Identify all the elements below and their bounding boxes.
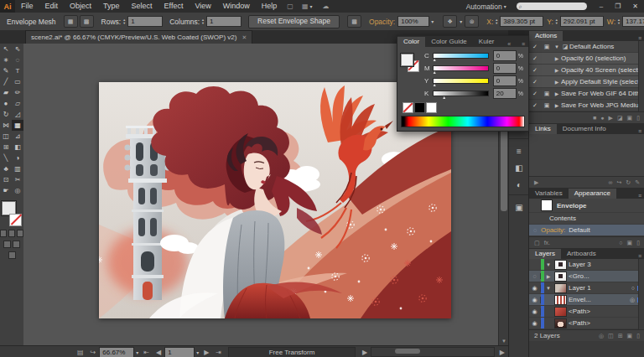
style-caret-icon[interactable]: ▾ xyxy=(458,18,464,24)
new-set-icon[interactable]: ◪ xyxy=(617,115,623,122)
color-mode-button[interactable] xyxy=(0,230,7,237)
layer-row[interactable]: ◉ Envel... ◎ xyxy=(529,294,644,306)
appearance-row-opacity[interactable]: ◌ Opacity: Default xyxy=(529,225,644,236)
none-swatch[interactable] xyxy=(402,102,413,113)
column-graph-tool[interactable]: ▥ xyxy=(12,163,23,174)
magenta-slider[interactable]: ▲ xyxy=(433,65,489,71)
action-row[interactable]: ✓▣ ▶ Save For Web JPG Medium xyxy=(529,100,644,111)
eyedropper-tool[interactable]: ╲ xyxy=(0,153,12,163)
type-tool[interactable]: T xyxy=(12,65,23,76)
workspace-label[interactable]: Automation xyxy=(466,3,502,11)
rows-stepper[interactable]: ▲▼ xyxy=(122,18,126,25)
clear-appearance-icon[interactable]: ○ xyxy=(619,240,622,246)
tab-color[interactable]: Color xyxy=(397,37,425,47)
appearance-panel-menu-icon[interactable]: ≡ xyxy=(635,193,644,199)
tab-document-info[interactable]: Document Info xyxy=(557,124,612,134)
magenta-value-input[interactable]: 0 xyxy=(493,63,517,74)
white-swatch[interactable] xyxy=(426,102,437,113)
tiling-icon[interactable]: ▤ xyxy=(74,349,87,356)
pen-tool[interactable]: ✎ xyxy=(0,65,12,76)
links-expand-icon[interactable]: ▶ xyxy=(534,179,538,186)
free-transform-tool[interactable]: ▦ xyxy=(12,120,23,131)
appearance-row-envelope[interactable]: Envelope xyxy=(529,199,644,213)
tab-links[interactable]: Links xyxy=(529,124,557,134)
action-row[interactable]: ✓▣ ▼ ◪ Default Actions xyxy=(529,41,644,53)
scroll-right-icon[interactable]: ▶ xyxy=(496,349,508,356)
draw-behind-button[interactable] xyxy=(13,241,20,248)
edit-contents-icon[interactable]: ▩ xyxy=(80,15,94,28)
menu-view[interactable]: View xyxy=(189,0,216,13)
selection-tool[interactable]: ↖ xyxy=(0,44,12,54)
menu-object[interactable]: Object xyxy=(64,0,97,13)
tab-artboards[interactable]: Artboards xyxy=(561,249,602,259)
style-icon[interactable]: ❖ xyxy=(443,15,457,28)
stroke-swatch[interactable] xyxy=(9,214,22,226)
tab-actions[interactable]: Actions xyxy=(529,31,563,41)
columns-input[interactable]: 1 xyxy=(206,16,242,27)
close-button[interactable]: ✕ xyxy=(626,0,644,13)
zoom-caret-icon[interactable]: ▾ xyxy=(134,349,140,355)
status-menu-icon[interactable]: ▶ xyxy=(359,349,371,356)
relink-icon[interactable]: ∞ xyxy=(608,179,612,185)
rows-input[interactable]: 1 xyxy=(127,16,163,27)
add-effect-icon[interactable]: fx. xyxy=(544,240,550,246)
none-mode-button[interactable] xyxy=(17,230,23,237)
tab-layers[interactable]: Layers xyxy=(529,249,561,259)
y-stepper[interactable]: ▲▼ xyxy=(555,18,558,25)
screen-mode-button[interactable] xyxy=(8,251,16,259)
links-panel-menu-icon[interactable]: ≡ xyxy=(635,128,644,134)
clipping-mask-icon[interactable]: ◫ xyxy=(608,333,614,339)
slice-tool[interactable]: ✂ xyxy=(12,174,23,185)
tab-color-guide[interactable]: Color Guide xyxy=(425,37,473,47)
fill-stroke-proxy[interactable] xyxy=(401,52,421,74)
action-row[interactable]: ✓ ▶ Opacity 40 Screen (selection) xyxy=(529,65,644,76)
yellow-slider[interactable]: ▲ xyxy=(433,78,489,84)
tab-variables[interactable]: Variables xyxy=(529,189,569,199)
tab-close-icon[interactable]: ✕ xyxy=(242,34,247,41)
zoom-tool[interactable]: ◎ xyxy=(12,185,23,196)
links-list[interactable] xyxy=(529,134,644,176)
action-row[interactable]: ✓ ▶ Apply Default Style (select... xyxy=(529,76,644,88)
search-input[interactable]: ⌕ xyxy=(517,3,587,10)
blob-brush-tool[interactable]: ● xyxy=(0,98,12,109)
pencil-tool[interactable]: ✏ xyxy=(12,87,23,98)
x-input[interactable]: 389.305 pt xyxy=(500,16,543,27)
status-display[interactable]: Free Transform xyxy=(228,347,356,357)
bridge-icon[interactable]: ▢ xyxy=(283,3,298,10)
workspace-switcher-icon[interactable]: ▦▾ xyxy=(298,3,319,10)
blend-tool[interactable]: ◑ xyxy=(12,153,23,163)
reset-envelope-shape-button[interactable]: Reset Envelope Shape xyxy=(248,15,340,28)
mesh-options-icon[interactable]: ▩ xyxy=(347,15,361,28)
fill-proxy-swatch[interactable] xyxy=(401,54,413,66)
hand-tool[interactable]: ☛ xyxy=(0,185,12,196)
horizontal-scroll-thumb[interactable] xyxy=(395,349,420,354)
appearance-row-contents[interactable]: Contents xyxy=(529,213,644,225)
w-stepper[interactable]: ▲▼ xyxy=(617,18,621,25)
recolor-artwork-icon[interactable]: ⊛ xyxy=(465,15,479,28)
delete-item-icon[interactable]: ▯ xyxy=(636,240,640,246)
w-input[interactable]: 137.175 pt xyxy=(622,16,644,27)
actions-panel-menu-icon[interactable]: ≡ xyxy=(635,35,644,41)
new-layer-icon[interactable]: ▣ xyxy=(627,333,633,339)
black-slider[interactable]: ▲ xyxy=(433,91,489,96)
stroke-panel-icon[interactable]: ≡ xyxy=(509,142,529,159)
black-swatch[interactable] xyxy=(414,102,425,113)
gradient-panel-icon[interactable]: ◧ xyxy=(509,159,529,176)
color-panel-menu-icon[interactable]: ≡ xyxy=(518,41,528,47)
shape-builder-tool[interactable]: ◫ xyxy=(0,131,12,142)
rotate-tool[interactable]: ↻ xyxy=(0,109,12,120)
transparency-panel-icon[interactable]: ◐ xyxy=(509,176,529,193)
duplicate-item-icon[interactable]: ▣ xyxy=(627,240,633,246)
black-value-input[interactable]: 20 xyxy=(493,88,517,99)
gradient-tool[interactable]: ◧ xyxy=(12,142,23,153)
action-row[interactable]: ✓▣ ▶ Save For Web GIF 64 Dithe... xyxy=(529,88,644,100)
edit-original-icon[interactable]: ✎ xyxy=(635,179,640,186)
magic-wand-tool[interactable]: ∗ xyxy=(0,54,12,65)
prev-artboard-icon[interactable]: ◀ xyxy=(153,349,164,356)
opacity-input[interactable]: 100% xyxy=(397,16,429,27)
actions-scrollbar[interactable] xyxy=(638,41,644,111)
document-tab[interactable]: scene2.ai* @ 66.67% (CMYK/Preview/U.S. W… xyxy=(25,30,252,44)
layers-scrollbar[interactable] xyxy=(638,259,644,329)
delete-action-icon[interactable]: ▯ xyxy=(636,115,640,122)
menu-file[interactable]: File xyxy=(15,0,39,13)
